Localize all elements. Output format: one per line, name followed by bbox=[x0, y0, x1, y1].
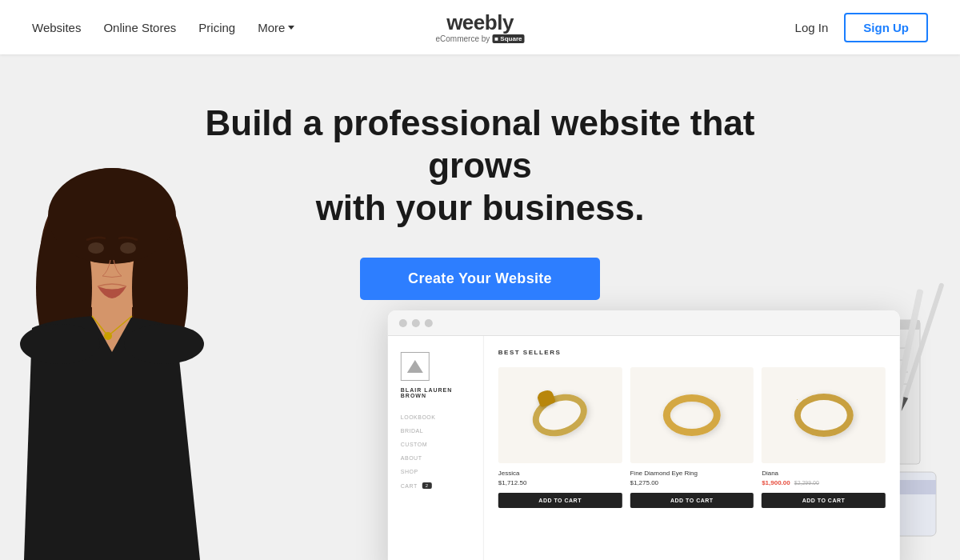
nav-right: Log In Sign Up bbox=[795, 13, 928, 42]
svg-point-7 bbox=[124, 324, 204, 364]
product-image-1 bbox=[498, 367, 622, 463]
product-price-old-3: $2,299.00 bbox=[794, 480, 819, 486]
hero-section: Build a professional website that grows … bbox=[0, 54, 960, 560]
add-to-cart-3[interactable]: ADD TO CART bbox=[762, 493, 886, 508]
ring-icon-2 bbox=[663, 394, 721, 436]
svg-point-4 bbox=[48, 168, 176, 264]
product-price-sale-3: $1,900.00 bbox=[762, 479, 790, 486]
logo-name: weebly bbox=[436, 12, 525, 33]
product-card-2: Fine Diamond Eye Ring $1,275.00 ADD TO C… bbox=[630, 367, 754, 508]
header: Websites Online Stores Pricing More weeb… bbox=[0, 0, 960, 54]
nav-left: Websites Online Stores Pricing More bbox=[32, 21, 294, 34]
nav-more[interactable]: More bbox=[258, 21, 294, 34]
cta-button[interactable]: Create Your Website bbox=[360, 258, 600, 300]
product-card-1: Jessica $1,712.50 ADD TO CART bbox=[498, 367, 622, 508]
product-price-row-3: $1,900.00 $2,299.00 bbox=[762, 479, 886, 486]
add-to-cart-1[interactable]: ADD TO CART bbox=[498, 493, 622, 508]
product-price-row-2: $1,275.00 bbox=[630, 479, 754, 486]
shop-brand: BLAIR LAUREN BROWN bbox=[401, 387, 470, 398]
browser-dot-2 bbox=[412, 319, 420, 327]
product-price-1: $1,712.50 bbox=[498, 479, 527, 486]
logo-sub: eCommerce by ■ Square bbox=[436, 34, 525, 43]
square-badge: ■ Square bbox=[492, 34, 524, 43]
nav-websites[interactable]: Websites bbox=[32, 21, 81, 34]
cart-badge: 2 bbox=[422, 482, 432, 489]
product-price-2: $1,275.00 bbox=[630, 479, 658, 486]
nav-online-stores[interactable]: Online Stores bbox=[103, 21, 176, 34]
nav-pricing[interactable]: Pricing bbox=[198, 21, 235, 34]
svg-point-12 bbox=[120, 242, 136, 254]
shop-logo-icon bbox=[401, 352, 430, 381]
shop-nav-lookbook[interactable]: LOOKBOOK bbox=[401, 414, 470, 420]
browser-mockup: BLAIR LAUREN BROWN LOOKBOOK BRIDAL CUSTO… bbox=[388, 310, 900, 560]
hero-headline: Build a professional website that grows … bbox=[200, 102, 760, 229]
product-name-2: Fine Diamond Eye Ring bbox=[630, 470, 754, 477]
browser-dot-1 bbox=[399, 319, 407, 327]
svg-point-6 bbox=[20, 324, 100, 364]
shop-sidebar: BLAIR LAUREN BROWN LOOKBOOK BRIDAL CUSTO… bbox=[388, 336, 484, 560]
product-price-row-1: $1,712.50 bbox=[498, 479, 622, 486]
browser-bar bbox=[388, 310, 900, 336]
shop-nav-about[interactable]: ABOUT bbox=[401, 455, 470, 461]
product-name-1: Jessica bbox=[498, 470, 622, 477]
bestsellers-label: BEST SELLERS bbox=[498, 349, 886, 356]
woman-figure bbox=[0, 160, 240, 560]
chevron-down-icon bbox=[288, 26, 294, 30]
product-image-2 bbox=[630, 367, 754, 463]
shop-nav-shop[interactable]: SHOP bbox=[401, 469, 470, 474]
product-card-3: Diana $1,900.00 $2,299.00 ADD TO CART bbox=[762, 367, 886, 508]
shop-nav-custom[interactable]: CUSTOM bbox=[401, 442, 470, 447]
products-grid: Jessica $1,712.50 ADD TO CART Fine Diamo… bbox=[498, 367, 886, 508]
triangle-icon bbox=[407, 360, 423, 373]
ring-icon-3 bbox=[794, 394, 853, 437]
browser-dot-3 bbox=[425, 319, 433, 327]
browser-content: BLAIR LAUREN BROWN LOOKBOOK BRIDAL CUSTO… bbox=[388, 336, 900, 560]
svg-point-11 bbox=[88, 242, 104, 254]
shop-nav-bridal[interactable]: BRIDAL bbox=[401, 428, 470, 434]
signup-button[interactable]: Sign Up bbox=[844, 13, 928, 42]
product-image-3 bbox=[762, 367, 886, 463]
products-area: BEST SELLERS Jessica $1,712.50 ADD TO CA… bbox=[484, 336, 900, 560]
ring-icon-1 bbox=[527, 387, 594, 444]
product-name-3: Diana bbox=[762, 470, 886, 477]
login-button[interactable]: Log In bbox=[795, 21, 829, 34]
add-to-cart-2[interactable]: ADD TO CART bbox=[630, 493, 754, 508]
logo[interactable]: weebly eCommerce by ■ Square bbox=[436, 12, 525, 43]
shop-cart[interactable]: CART 2 bbox=[401, 482, 470, 489]
